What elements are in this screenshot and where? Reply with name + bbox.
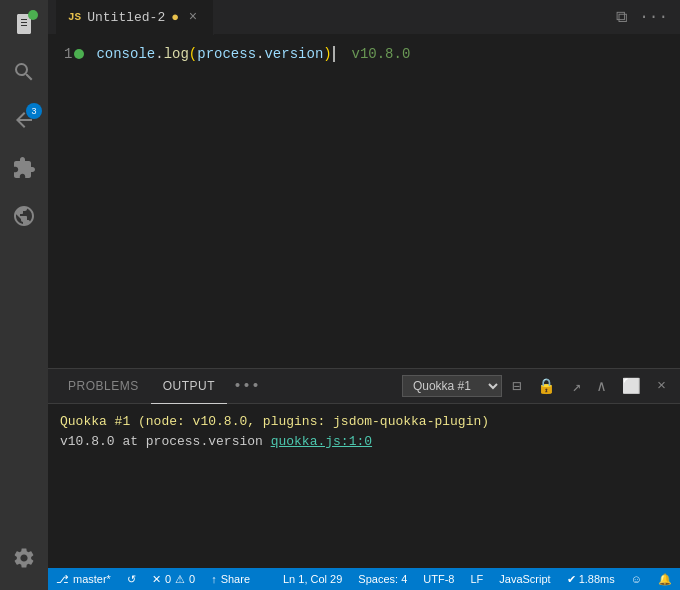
tab-js-icon: JS	[68, 11, 81, 23]
position-label: Ln 1, Col 29	[283, 573, 342, 585]
code-paren-open: (	[189, 43, 197, 65]
collapse-up-icon[interactable]: ∧	[591, 373, 612, 400]
remote-icon[interactable]	[0, 192, 48, 240]
activity-bar-top: 3	[0, 0, 48, 534]
maximize-icon[interactable]: ⬜	[616, 373, 647, 400]
output-link[interactable]: quokka.js:1:0	[271, 434, 372, 449]
more-actions-icon[interactable]: ···	[635, 4, 672, 30]
position-item[interactable]: Ln 1, Col 29	[275, 568, 350, 590]
warning-icon: ⚠	[175, 573, 185, 586]
line-numbers: 1	[48, 43, 88, 360]
feedback-item[interactable]: ☺	[623, 568, 650, 590]
activity-bar-bottom	[0, 534, 48, 590]
editor-scrollbar[interactable]	[670, 35, 680, 368]
sync-item[interactable]: ↺	[119, 568, 144, 590]
activity-bar: 3	[0, 0, 48, 590]
status-bar-left: ⎇ master* ↺ ✕ 0 ⚠ 0 ↑ Share	[48, 568, 258, 590]
source-control-icon[interactable]: 3	[0, 96, 48, 144]
code-dot2: .	[256, 43, 264, 65]
quokka-result-item[interactable]: ✔ 1.88ms	[559, 568, 623, 590]
error-icon: ✕	[152, 573, 161, 586]
quokka-result-label: ✔ 1.88ms	[567, 573, 615, 586]
notifications-item[interactable]: 🔔	[650, 568, 680, 590]
error-count: 0	[165, 573, 171, 585]
output-line-2: v10.8.0 at process.version quokka.js:1:0	[60, 432, 668, 452]
code-dot1: .	[155, 43, 163, 65]
settings-icon[interactable]	[0, 534, 48, 582]
language-label: JavaScript	[499, 573, 550, 585]
encoding-item[interactable]: UTF-8	[415, 568, 462, 590]
share-item[interactable]: ↑ Share	[203, 568, 258, 590]
line-ending-item[interactable]: LF	[462, 568, 491, 590]
sync-icon: ↺	[127, 573, 136, 586]
search-icon[interactable]	[0, 48, 48, 96]
output-source-dropdown[interactable]: Quokka #1	[402, 375, 502, 397]
output-line-1: Quokka #1 (node: v10.8.0, plugins: jsdom…	[60, 412, 668, 432]
code-result: v10.8.0	[352, 43, 411, 65]
tab-dirty-indicator: ●	[171, 10, 179, 25]
code-version: version	[264, 43, 323, 65]
panel-more-icon[interactable]: •••	[227, 374, 266, 399]
code-line-1: console.log(process.version) v10.8.0	[96, 43, 672, 65]
open-in-editor-icon[interactable]: ↗	[566, 373, 587, 400]
line-ending-label: LF	[470, 573, 483, 585]
code-content[interactable]: console.log(process.version) v10.8.0	[88, 43, 680, 360]
code-log: log	[164, 43, 189, 65]
problems-tab[interactable]: PROBLEMS	[56, 369, 151, 404]
title-bar: JS Untitled-2 ● × ⧉ ···	[48, 0, 680, 35]
status-bar-right: Ln 1, Col 29 Spaces: 4 UTF-8 LF JavaScri…	[275, 568, 680, 590]
panel-area: PROBLEMS OUTPUT ••• Quokka #1 ⊟ 🔒 ↗ ∧ ⬜ …	[48, 368, 680, 568]
language-item[interactable]: JavaScript	[491, 568, 558, 590]
output-text-prefix: v10.8.0 at process.version	[60, 434, 271, 449]
share-label: Share	[221, 573, 250, 585]
tab-label: Untitled-2	[87, 10, 165, 25]
output-tab[interactable]: OUTPUT	[151, 369, 227, 404]
code-paren-close: )	[323, 43, 331, 65]
explorer-active-badge	[28, 10, 38, 20]
text-cursor	[333, 46, 335, 62]
close-panel-icon[interactable]: ×	[651, 374, 672, 399]
explorer-icon[interactable]	[0, 0, 48, 48]
panel-actions: Quokka #1 ⊟ 🔒 ↗ ∧ ⬜ ×	[402, 373, 672, 400]
lock-scroll-icon[interactable]: 🔒	[531, 373, 562, 400]
source-control-badge: 3	[26, 103, 42, 119]
editor-tab[interactable]: JS Untitled-2 ● ×	[56, 0, 214, 35]
editor-content: 1 console.log(process.version) v10.8.0	[48, 35, 680, 368]
main-area: JS Untitled-2 ● × ⧉ ··· 1 console.log(pr…	[48, 0, 680, 590]
tab-close-button[interactable]: ×	[185, 9, 201, 25]
encoding-label: UTF-8	[423, 573, 454, 585]
panel-content: Quokka #1 (node: v10.8.0, plugins: jsdom…	[48, 404, 680, 568]
warning-count: 0	[189, 573, 195, 585]
git-icon: ⎇	[56, 573, 69, 586]
status-bar: ⎇ master* ↺ ✕ 0 ⚠ 0 ↑ Share Ln 1, Col 29	[48, 568, 680, 590]
clear-output-icon[interactable]: ⊟	[506, 373, 527, 400]
spaces-item[interactable]: Spaces: 4	[350, 568, 415, 590]
bell-icon: 🔔	[658, 573, 672, 586]
errors-item[interactable]: ✕ 0 ⚠ 0	[144, 568, 203, 590]
split-editor-icon[interactable]: ⧉	[612, 4, 631, 31]
code-process: process	[197, 43, 256, 65]
editor-area[interactable]: 1 console.log(process.version) v10.8.0	[48, 35, 680, 368]
panel-tabs: PROBLEMS OUTPUT ••• Quokka #1 ⊟ 🔒 ↗ ∧ ⬜ …	[48, 369, 680, 404]
extensions-icon[interactable]	[0, 144, 48, 192]
share-icon: ↑	[211, 573, 217, 585]
git-branch-item[interactable]: ⎇ master*	[48, 568, 119, 590]
git-branch-label: master*	[73, 573, 111, 585]
code-console: console	[96, 43, 155, 65]
title-bar-actions: ⧉ ···	[612, 4, 672, 31]
spaces-label: Spaces: 4	[358, 573, 407, 585]
feedback-icon: ☺	[631, 573, 642, 585]
